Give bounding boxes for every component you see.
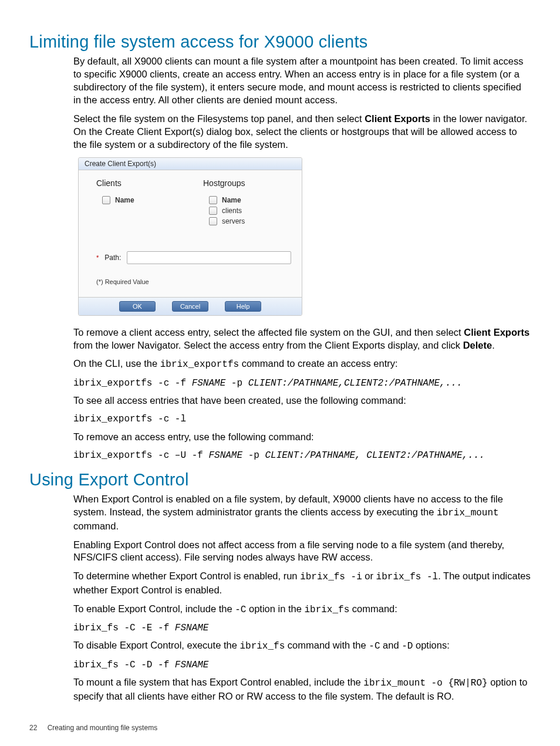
text: and [380,640,402,650]
code-arg: FSNAME [208,450,242,461]
command-line: ibrix_fs -C -E -f FSNAME [73,622,531,635]
heading-using-export-control: Using Export Control [29,470,531,490]
bold-delete: Delete [463,340,492,350]
dialog-title: Create Client Export(s) [79,158,302,170]
inline-code: -C [369,641,380,652]
text: or [362,571,376,581]
text: command. [73,521,119,531]
para: To remove a client access entry, select … [73,326,531,352]
code-arg: CLIENT:/PATHNAME, CLIENT2:/PATHNAME,... [265,450,484,461]
inline-code: ibrix_exportfs [160,359,239,370]
column-header-name: Name [222,196,241,204]
path-input[interactable] [127,251,291,264]
para: Select the file system on the Filesystem… [73,113,531,151]
code-arg: FSNAME [175,660,209,670]
text: command to create an access entry: [239,358,398,369]
code: -p [242,450,265,461]
para: To enable Export Control, include the -C… [73,603,531,616]
checkbox-icon[interactable] [209,217,217,225]
para: To see all access entries that have been… [73,394,531,407]
checkbox-icon[interactable] [102,196,110,204]
code: ibrix_fs -C -D -f [73,660,175,670]
inline-code: ibrix_fs -i [300,572,362,582]
text: option in the [246,603,304,614]
text: On the CLI, use the [73,358,160,369]
text: command with the [285,640,369,650]
para: To remove an access entry, use the follo… [73,431,531,444]
chapter-title: Creating and mounting file systems [48,724,157,732]
code-arg: FSNAME [175,623,209,633]
code: ibrix_fs -C -E -f [73,623,175,633]
code-arg: FSNAME [192,378,226,389]
para: To determine whether Export Control is e… [73,570,531,596]
clients-name-header[interactable]: Name [102,196,184,204]
hostgroups-column: Hostgroups Name clients servers [203,178,291,228]
inline-code: ibrix_fs -l [376,572,438,582]
code: -p [225,378,248,389]
text: To mount a file system that has Export C… [73,677,363,687]
inline-code: -D [402,641,413,652]
checkbox-icon[interactable] [209,207,217,215]
text: To determine whether Export Control is e… [73,571,300,581]
text: . [492,340,495,350]
clients-label: Clients [96,178,184,188]
required-value-note: (*) Required Value [96,278,291,285]
hostgroup-row-servers[interactable]: servers [209,217,291,225]
checkbox-icon[interactable] [209,196,217,204]
page-footer: 22 Creating and mounting file systems [29,724,157,732]
text: To remove a client access entry, select … [73,327,464,337]
help-button[interactable]: Help [225,301,261,312]
para: On the CLI, use the ibrix_exportfs comma… [73,357,531,371]
text: from the lower Navigator. Select the acc… [73,340,463,350]
ok-button[interactable]: OK [119,301,156,312]
command-line: ibrix_exportfs -c –U -f FSNAME -p CLIENT… [73,450,531,463]
hostgroup-row-clients[interactable]: clients [209,207,291,215]
code-arg: CLIENT:/PATHNAME,CLIENT2:/PATHNAME,... [248,378,463,389]
hostgroups-name-header[interactable]: Name [209,196,291,204]
command-line: ibrix_exportfs -c -f FSNAME -p CLIENT:/P… [73,377,531,390]
command-line: ibrix_exportfs -c -l [73,413,531,426]
column-header-name: Name [115,196,134,204]
cancel-button[interactable]: Cancel [172,301,208,312]
inline-code: ibrix_mount [437,508,499,518]
para: When Export Control is enabled on a file… [73,493,531,532]
clients-column: Clients Name [96,178,184,228]
text: options: [413,640,449,650]
text: command: [349,603,397,614]
para: Enabling Export Control does not affect … [73,539,531,565]
code: ibrix_exportfs -c –U -f [73,450,208,461]
inline-code: ibrix_fs [304,605,349,615]
para: By default, all X9000 clients can mount … [73,55,531,107]
required-asterisk-icon: * [96,254,99,261]
hostgroup-name: clients [222,207,242,215]
hostgroups-label: Hostgroups [203,178,291,188]
text: Select the file system on the Filesystem… [73,113,365,124]
create-client-exports-dialog: Create Client Export(s) Clients Name Hos… [78,157,302,316]
code: ibrix_exportfs -c -f [73,378,192,389]
para: To disable Export Control, execute the i… [73,639,531,653]
inline-code: ibrix_mount -o {RW|RO} [363,678,487,688]
text: To disable Export Control, execute the [73,640,239,650]
hostgroup-name: servers [222,217,245,225]
bold-client-exports: Client Exports [365,113,430,124]
command-line: ibrix_fs -C -D -f FSNAME [73,659,531,672]
inline-code: -C [235,605,246,615]
bold-client-exports: Client Exports [464,327,529,337]
text: To enable Export Control, include the [73,603,235,614]
para: To mount a file system that has Export C… [73,676,531,703]
inline-code: ibrix_fs [239,641,285,652]
heading-limiting: Limiting file system access for X9000 cl… [29,32,531,52]
path-label: Path: [104,254,121,262]
page-number: 22 [29,724,37,732]
